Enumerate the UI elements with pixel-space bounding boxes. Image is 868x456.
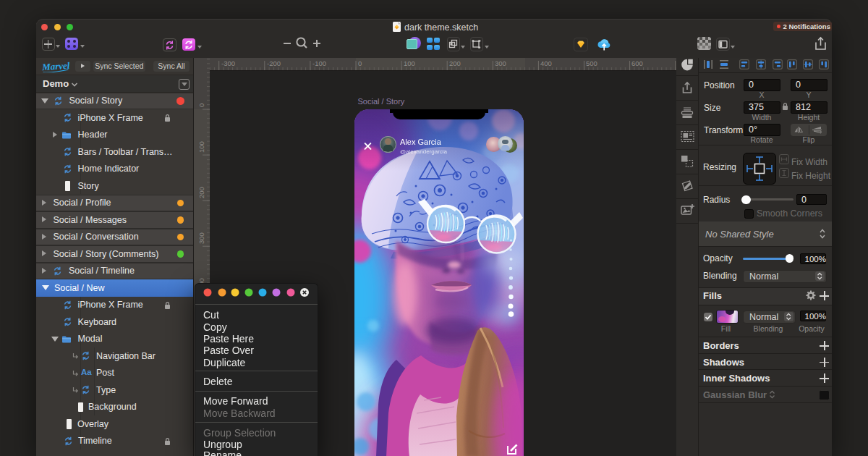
svg-text:-200: -200 — [267, 59, 281, 67]
svg-text:500: 500 — [586, 59, 597, 67]
svg-text:-300: -300 — [221, 59, 235, 67]
svg-text:100: 100 — [197, 141, 205, 153]
svg-text:300: 300 — [197, 232, 205, 244]
svg-text:400: 400 — [540, 59, 552, 67]
svg-text:200: 200 — [449, 59, 461, 67]
svg-text:300: 300 — [495, 59, 506, 67]
svg-text:0: 0 — [197, 104, 205, 107]
svg-text:100: 100 — [404, 59, 415, 67]
svg-text:200: 200 — [197, 187, 205, 198]
svg-text:-100: -100 — [312, 59, 326, 67]
svg-text:600: 600 — [631, 59, 643, 67]
svg-text:0: 0 — [358, 59, 362, 67]
